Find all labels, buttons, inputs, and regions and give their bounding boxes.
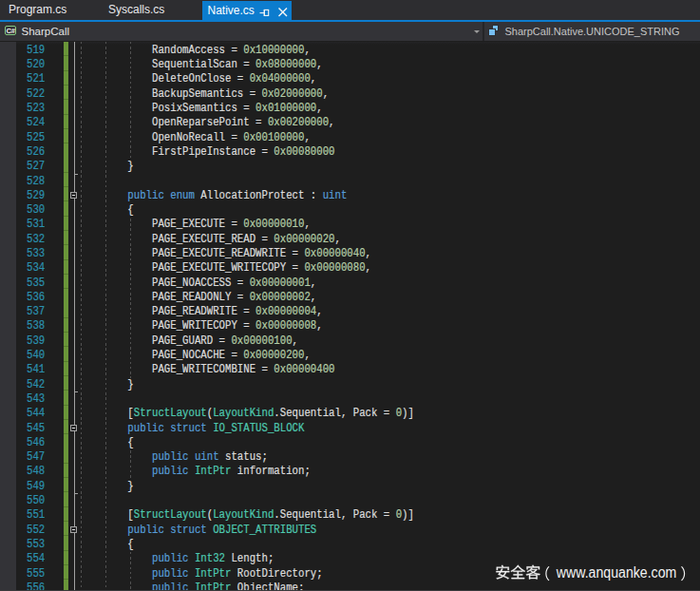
svg-text:www.anquanke.com: www.anquanke.com [556, 564, 676, 581]
